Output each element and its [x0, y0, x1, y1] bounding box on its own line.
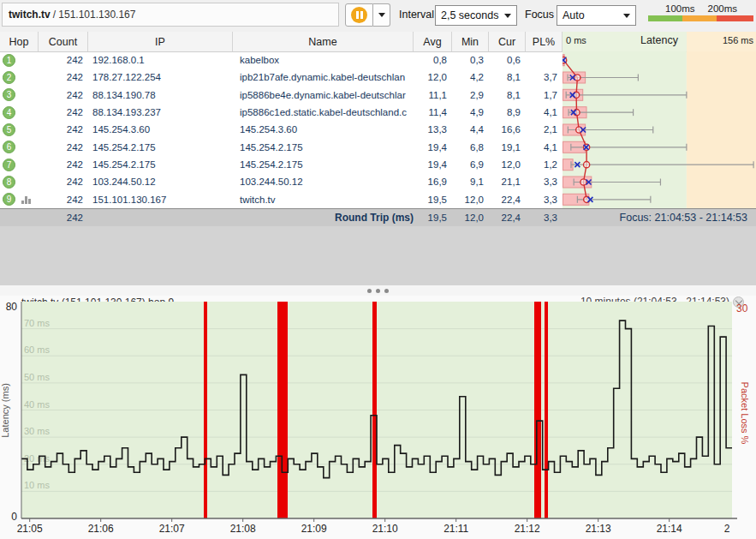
- hop-number-badge: 4: [3, 106, 15, 119]
- svg-text:21:12: 21:12: [515, 523, 540, 535]
- pause-button-group: [345, 3, 390, 27]
- name-cell: 145.254.3.60: [233, 121, 414, 138]
- summary-cur: 22,4: [489, 209, 526, 226]
- count-cell: 242: [39, 156, 88, 173]
- bar-chart-icon: [21, 195, 31, 204]
- pl-cell: 2,1: [526, 121, 563, 138]
- avg-cell: 19,4: [414, 156, 452, 173]
- name-cell: twitch.tv: [233, 191, 414, 208]
- name-cell: 103.244.50.12: [233, 173, 414, 190]
- chevron-down-icon: [378, 13, 385, 17]
- pl-cell: 1,7: [526, 87, 563, 104]
- count-cell: 242: [39, 104, 88, 121]
- svg-text:21:09: 21:09: [301, 523, 327, 535]
- target-address-box[interactable]: twitch.tv / 151.101.130.167: [2, 3, 339, 27]
- hop-number-badge: 1: [3, 54, 15, 67]
- svg-text:21:05: 21:05: [17, 523, 43, 535]
- target-host: twitch.tv: [9, 9, 51, 21]
- min-cell: 6,8: [452, 139, 489, 156]
- header-min[interactable]: Min: [452, 32, 489, 51]
- name-cell: ip5886be4e.dynamic.kabel-deutschlar: [233, 87, 414, 104]
- svg-text:Latency (ms): Latency (ms): [0, 383, 10, 438]
- ip-cell: 151.101.130.167: [88, 191, 233, 208]
- cur-cell: 19,1: [489, 139, 526, 156]
- chevron-down-icon: [623, 14, 630, 18]
- hop-number-badge: 2: [3, 71, 15, 84]
- hop-number-badge: 9: [3, 193, 15, 206]
- hop-number-badge: 8: [3, 176, 15, 189]
- hop-number-badge: 5: [3, 123, 15, 136]
- min-cell: 4,4: [452, 121, 489, 138]
- min-cell: 4,2: [452, 69, 489, 86]
- svg-text:2: 2: [724, 523, 730, 535]
- min-cell: 6,9: [452, 156, 489, 173]
- ip-cell: 192.168.0.1: [88, 51, 233, 69]
- svg-text:21:10: 21:10: [372, 523, 398, 535]
- pause-dropdown-button[interactable]: [373, 3, 390, 27]
- cur-cell: 8,9: [489, 104, 526, 121]
- header-hop[interactable]: Hop: [0, 32, 39, 51]
- ip-cell: 103.244.50.12: [88, 173, 233, 190]
- header-avg[interactable]: Avg: [414, 32, 452, 51]
- toolbar: twitch.tv / 151.101.130.167 Interval 2,5…: [0, 0, 756, 33]
- count-cell: 242: [39, 121, 88, 138]
- name-cell: ipb21b7afe.dynamic.kabel-deutschlan: [233, 69, 414, 86]
- svg-text:0: 0: [11, 511, 17, 523]
- avg-cell: 19,4: [414, 139, 452, 156]
- header-pl[interactable]: PL%: [526, 32, 563, 51]
- hop-cell: 6: [0, 139, 39, 156]
- latency-scale-max: 156 ms: [723, 35, 753, 45]
- interval-value: 2,5 seconds: [441, 9, 498, 21]
- cur-cell: 8,1: [489, 87, 526, 104]
- hop-cell: 5: [0, 121, 39, 138]
- interval-select[interactable]: 2,5 seconds: [435, 5, 517, 26]
- svg-text:40 ms: 40 ms: [24, 399, 50, 410]
- splitter-handle[interactable]: [0, 285, 756, 296]
- focus-select[interactable]: Auto: [557, 5, 636, 26]
- pl-cell: 1,2: [526, 156, 563, 173]
- svg-text:50 ms: 50 ms: [24, 372, 50, 382]
- hop-number-badge: 7: [3, 159, 15, 171]
- min-cell: 12,0: [452, 191, 489, 208]
- panel-spacer: [0, 226, 756, 285]
- hop-cell: 7: [0, 156, 39, 173]
- header-cur[interactable]: Cur: [489, 32, 526, 51]
- focus-range: Focus: 21:04:53 - 21:14:53: [563, 209, 756, 226]
- hop-latency-minigraph: [563, 51, 756, 208]
- header-name[interactable]: Name: [233, 32, 414, 51]
- svg-text:30 ms: 30 ms: [24, 426, 50, 436]
- cur-cell: 0,6: [489, 51, 526, 69]
- avg-cell: 16,9: [414, 173, 452, 190]
- count-cell: 242: [39, 69, 88, 86]
- svg-text:21:07: 21:07: [159, 523, 185, 535]
- svg-text:21:13: 21:13: [586, 523, 611, 535]
- hop-cell: 3: [0, 87, 39, 104]
- min-cell: 9,1: [452, 173, 489, 190]
- pl-cell: 3,7: [526, 69, 563, 86]
- summary-count: 242: [39, 209, 88, 226]
- pl-cell: 4,1: [526, 139, 563, 156]
- pause-icon: [351, 7, 367, 23]
- svg-text:21:14: 21:14: [657, 523, 682, 535]
- svg-text:21:08: 21:08: [230, 523, 256, 535]
- hop-cell: 1: [0, 51, 39, 69]
- avg-cell: 19,5: [414, 191, 452, 208]
- count-cell: 242: [39, 139, 88, 156]
- header-latency[interactable]: 0 ms Latency 156 ms: [563, 32, 756, 51]
- count-cell: 242: [39, 51, 88, 69]
- hop-cell: 4: [0, 104, 39, 121]
- header-ip[interactable]: IP: [88, 32, 233, 51]
- ip-cell: 178.27.122.254: [88, 69, 233, 86]
- timeline-graph-section: twitch.tv (151.101.130.167) hop 9 10 min…: [0, 296, 756, 539]
- cur-cell: 12,0: [489, 156, 526, 173]
- count-cell: 242: [39, 173, 88, 190]
- chevron-down-icon: [504, 14, 511, 18]
- header-count[interactable]: Count: [39, 32, 88, 51]
- avg-cell: 12,0: [414, 69, 452, 86]
- latency-timeline-chart[interactable]: 10 ms20 ms30 ms40 ms50 ms60 ms70 ms80030…: [0, 302, 756, 539]
- name-cell: 145.254.2.175: [233, 139, 414, 156]
- pause-button[interactable]: [345, 3, 373, 27]
- pl-cell: [526, 51, 563, 69]
- summary-row[interactable]: 242 Round Trip (ms) 19,5 12,0 22,4 3,3 F…: [0, 208, 756, 226]
- ip-cell: 88.134.193.237: [88, 104, 233, 121]
